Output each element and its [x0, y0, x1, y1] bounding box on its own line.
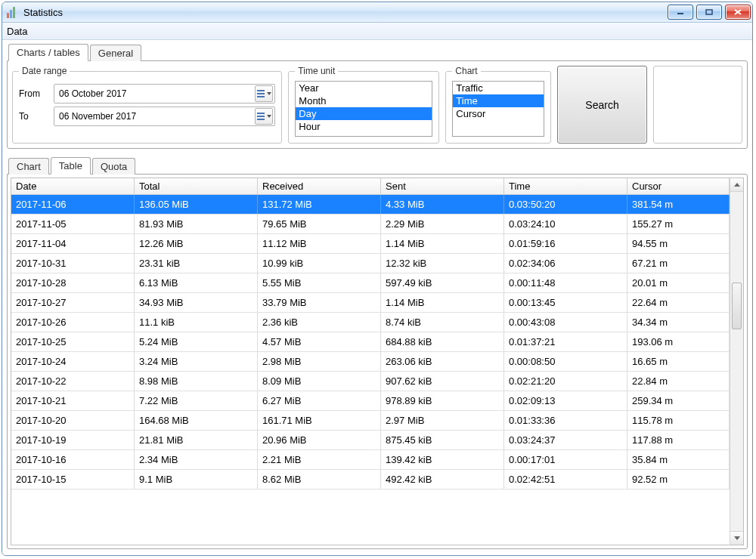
to-date-picker[interactable]: 06 November 2017 — [54, 107, 275, 126]
time-unit-option[interactable]: Year — [296, 82, 432, 94]
table-cell: 8.98 MiB — [135, 372, 258, 391]
from-date-value: 06 October 2017 — [59, 88, 126, 99]
subtab-quota[interactable]: Quota — [92, 158, 135, 174]
chart-type-option[interactable]: Time — [453, 94, 544, 107]
time-unit-listbox[interactable]: YearMonthDayHour — [295, 81, 432, 137]
time-unit-option[interactable]: Hour — [296, 120, 432, 133]
maximize-button[interactable] — [696, 5, 722, 20]
table-row[interactable]: 2017-10-162.34 MiB2.21 MiB139.42 kiB0.00… — [11, 450, 730, 470]
table-cell: 115.78 m — [627, 411, 730, 430]
table-row[interactable]: 2017-10-159.1 MiB8.62 MiB492.42 kiB0.02:… — [11, 470, 730, 490]
table-row[interactable]: 2017-11-0412.26 MiB11.12 MiB1.14 MiB0.01… — [11, 234, 730, 254]
table-cell: 5.55 MiB — [258, 273, 381, 292]
table-cell: 21.81 MiB — [135, 431, 258, 449]
date-range-group: Date range From 06 October 2017 To — [12, 66, 282, 144]
scroll-track[interactable] — [730, 192, 743, 531]
time-unit-option[interactable]: Month — [296, 94, 432, 107]
from-calendar-button[interactable] — [255, 85, 273, 102]
table-cell: 8.09 MiB — [258, 372, 381, 391]
table-row[interactable]: 2017-10-20164.68 MiB161.71 MiB2.97 MiB0.… — [11, 411, 730, 431]
table-row[interactable]: 2017-10-1921.81 MiB20.96 MiB875.45 kiB0.… — [11, 431, 730, 450]
table-cell: 6.13 MiB — [135, 273, 258, 292]
table-row[interactable]: 2017-10-217.22 MiB6.27 MiB978.89 kiB0.02… — [11, 391, 730, 411]
table-cell: 7.22 MiB — [135, 391, 258, 410]
table-cell: 1.14 MiB — [381, 234, 504, 253]
titlebar[interactable]: Statistics — [2, 2, 752, 23]
table-cell: 2017-10-26 — [11, 313, 135, 332]
tab-general[interactable]: General — [90, 45, 141, 61]
table-cell: 2017-10-16 — [11, 450, 135, 469]
scroll-thumb[interactable] — [732, 283, 742, 329]
from-date-picker[interactable]: 06 October 2017 — [54, 84, 275, 103]
chevron-down-icon — [267, 92, 271, 95]
minimize-button[interactable] — [668, 5, 693, 20]
client-area: Charts / tables General Date range From … — [2, 40, 752, 555]
table-cell: 2017-10-31 — [11, 254, 135, 273]
table-cell: 139.42 kiB — [381, 450, 504, 469]
tab-charts-tables[interactable]: Charts / tables — [8, 44, 88, 61]
table-row[interactable]: 2017-10-228.98 MiB8.09 MiB907.62 kiB0.02… — [11, 372, 730, 391]
subtab-chart[interactable]: Chart — [8, 158, 49, 174]
table-cell: 5.24 MiB — [135, 332, 258, 351]
table-cell: 22.84 m — [627, 372, 730, 391]
table-cell: 136.05 MiB — [135, 195, 258, 214]
table-row[interactable]: 2017-11-06136.05 MiB131.72 MiB4.33 MiB0.… — [11, 195, 730, 215]
data-grid[interactable]: DateTotalReceivedSentTimeCursor 2017-11-… — [11, 178, 730, 545]
table-row[interactable]: 2017-10-286.13 MiB5.55 MiB597.49 kiB0.00… — [11, 273, 730, 293]
table-cell: 2017-10-19 — [11, 431, 135, 449]
table-cell: 11.1 kiB — [135, 313, 258, 332]
table-cell: 12.26 MiB — [135, 234, 258, 253]
table-row[interactable]: 2017-11-0581.93 MiB79.65 MiB2.29 MiB0.03… — [11, 215, 730, 234]
table-cell: 2017-10-20 — [11, 411, 135, 430]
table-row[interactable]: 2017-10-2611.1 kiB2.36 kiB8.74 kiB0.00:4… — [11, 313, 730, 332]
table-cell: 2017-10-22 — [11, 372, 135, 391]
chart-type-option[interactable]: Cursor — [453, 107, 544, 120]
table-row[interactable]: 2017-10-243.24 MiB2.98 MiB263.06 kiB0.00… — [11, 352, 730, 372]
grid-header[interactable]: DateTotalReceivedSentTimeCursor — [11, 178, 730, 195]
table-cell: 0.03:24:10 — [504, 215, 627, 233]
column-header[interactable]: Received — [258, 178, 381, 194]
table-cell: 23.31 kiB — [135, 254, 258, 273]
table-cell: 20.96 MiB — [258, 431, 381, 449]
table-cell: 0.00:17:01 — [504, 450, 627, 469]
calendar-icon — [257, 89, 265, 98]
table-cell: 12.32 kiB — [381, 254, 504, 273]
chart-type-option[interactable]: Traffic — [453, 82, 544, 94]
column-header[interactable]: Cursor — [627, 178, 730, 194]
table-row[interactable]: 2017-10-2734.93 MiB33.79 MiB1.14 MiB0.00… — [11, 293, 730, 313]
table-cell: 2.29 MiB — [381, 215, 504, 233]
table-cell: 2017-10-15 — [11, 470, 135, 489]
column-header[interactable]: Sent — [381, 178, 504, 194]
main-tabs: Charts / tables General — [7, 43, 748, 60]
close-button[interactable] — [725, 5, 751, 20]
table-cell: 155.27 m — [627, 215, 730, 233]
table-cell: 0.01:59:16 — [504, 234, 627, 253]
chevron-down-icon — [734, 536, 740, 540]
chevron-up-icon — [734, 183, 740, 187]
grid-body[interactable]: 2017-11-06136.05 MiB131.72 MiB4.33 MiB0.… — [11, 195, 730, 545]
menu-data[interactable]: Data — [7, 26, 27, 37]
table-cell: 164.68 MiB — [135, 411, 258, 430]
vertical-scrollbar[interactable] — [730, 178, 743, 545]
scroll-down-button[interactable] — [730, 531, 743, 545]
time-unit-legend: Time unit — [295, 66, 338, 76]
table-cell: 907.62 kiB — [381, 372, 504, 391]
search-button[interactable]: Search — [557, 66, 646, 144]
table-cell: 193.06 m — [627, 332, 730, 351]
to-calendar-button[interactable] — [255, 108, 273, 125]
table-panel: DateTotalReceivedSentTimeCursor 2017-11-… — [7, 174, 748, 549]
table-cell: 263.06 kiB — [381, 352, 504, 371]
subtab-table[interactable]: Table — [51, 157, 91, 174]
column-header[interactable]: Total — [135, 178, 258, 194]
table-cell: 3.24 MiB — [135, 352, 258, 371]
table-row[interactable]: 2017-10-3123.31 kiB10.99 kiB12.32 kiB0.0… — [11, 254, 730, 273]
table-cell: 16.65 m — [627, 352, 730, 371]
time-unit-option[interactable]: Day — [296, 107, 432, 120]
chart-type-listbox[interactable]: TrafficTimeCursor — [452, 81, 544, 137]
scroll-up-button[interactable] — [730, 178, 743, 192]
calendar-icon — [257, 112, 265, 121]
column-header[interactable]: Time — [504, 178, 627, 194]
table-row[interactable]: 2017-10-255.24 MiB4.57 MiB684.88 kiB0.01… — [11, 332, 730, 352]
table-cell: 0.03:50:20 — [504, 195, 627, 214]
column-header[interactable]: Date — [11, 178, 135, 194]
